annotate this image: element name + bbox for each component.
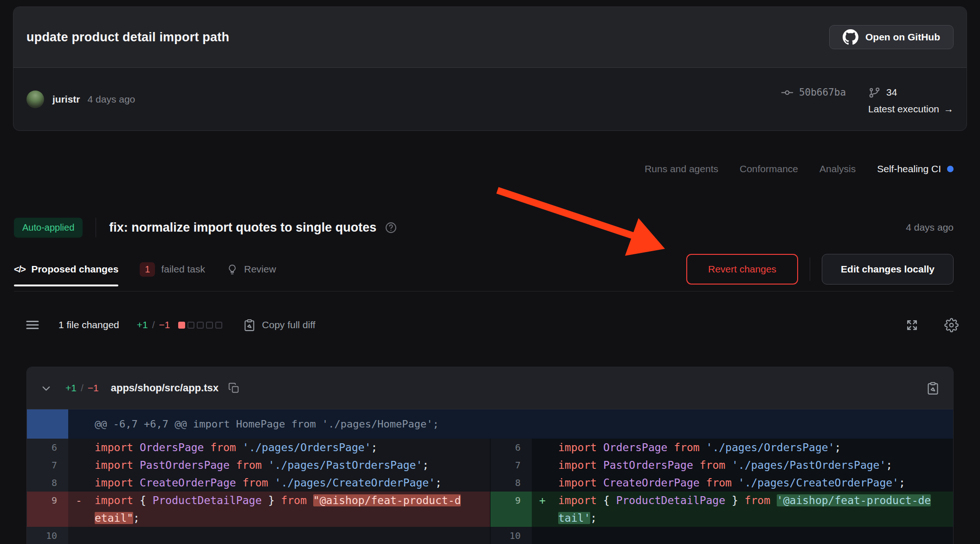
diffstat-squares	[178, 322, 222, 329]
nav-analysis[interactable]: Analysis	[819, 163, 856, 175]
diffstat-square	[187, 322, 194, 329]
copy-path-icon[interactable]	[228, 382, 240, 394]
diff-row: 9-import { ProductDetailPage } from "@ai…	[27, 492, 490, 527]
commit-title-section: update product detail import path Open o…	[13, 7, 967, 68]
tab-failed-task[interactable]: 1 failed task	[140, 252, 205, 286]
lightbulb-icon	[226, 264, 238, 275]
hunk-gutter	[27, 409, 68, 439]
latest-execution-link[interactable]: Latest execution →	[868, 104, 954, 115]
diff-row: 6import OrdersPage from './pages/OrdersP…	[27, 439, 490, 456]
line-number: 9	[490, 492, 532, 527]
diff-row: 10	[27, 527, 490, 544]
fix-time: 4 days ago	[906, 222, 954, 233]
workspace-nav: Runs and agents Conformance Analysis Sel…	[645, 163, 954, 175]
self-healing-ci-page: update product detail import path Open o…	[0, 0, 980, 544]
chevron-down-icon[interactable]	[40, 382, 52, 395]
commit-meta-section: juristr 4 days ago 50b667ba 34 Latest ex…	[13, 68, 967, 131]
diff-marker: -	[76, 492, 82, 509]
arrow-right-icon: →	[944, 104, 954, 115]
line-number: 8	[27, 474, 68, 492]
code-line: -import { ProductDetailPage } from "@ais…	[68, 492, 490, 527]
diff-row: 6import OrdersPage from './pages/OrdersP…	[490, 439, 953, 456]
copy-full-diff-button[interactable]: Copy full diff	[243, 318, 316, 332]
auto-applied-badge: Auto-applied	[14, 218, 83, 238]
revert-changes-button[interactable]: Revert changes	[686, 254, 798, 285]
diffstat: +1 / −1	[137, 319, 170, 330]
commit-sha[interactable]: 50b667ba	[781, 84, 846, 101]
nav-self-healing-ci[interactable]: Self-healing CI	[877, 163, 954, 175]
diffstat-square	[178, 322, 185, 329]
git-commit-icon	[781, 86, 793, 99]
diff-row: 9+import { ProductDetailPage } from '@ai…	[490, 492, 953, 527]
line-number: 7	[27, 456, 68, 474]
diff-file-header: +1 / −1 apps/shop/src/app.tsx	[27, 367, 953, 409]
diff-toolbar: 1 file changed +1 / −1 Copy full diff	[24, 312, 959, 338]
diffstat-square	[206, 322, 213, 329]
diff-row: 10	[490, 527, 953, 544]
file-path: apps/shop/src/app.tsx	[111, 382, 219, 394]
page-title: update product detail import path	[26, 30, 229, 45]
help-icon[interactable]	[385, 221, 397, 234]
github-logo-icon	[843, 29, 858, 45]
gear-icon[interactable]	[944, 318, 959, 332]
diff-row: 8import CreateOrderPage from './pages/Cr…	[490, 474, 953, 492]
diffstat-square	[215, 322, 222, 329]
diff-file-card: +1 / −1 apps/shop/src/app.tsx @@ -6,7 +6…	[26, 367, 954, 544]
avatar	[26, 91, 44, 108]
failed-count-badge: 1	[140, 262, 155, 277]
open-on-github-button[interactable]: Open on GitHub	[829, 25, 954, 49]
copy-file-diff-icon[interactable]	[926, 381, 940, 395]
line-number: 8	[490, 474, 532, 492]
fix-tabs-row: </> Proposed changes 1 failed task Revie…	[14, 252, 954, 286]
open-on-github-label: Open on GitHub	[865, 32, 940, 43]
code-line: import OrdersPage from './pages/OrdersPa…	[532, 439, 953, 456]
diff-row: 8import CreateOrderPage from './pages/Cr…	[27, 474, 490, 492]
hunk-header: @@ -6,7 +6,7 @@ import HomePage from './…	[27, 409, 953, 439]
line-number: 9	[27, 492, 68, 527]
execution-count: 34	[886, 87, 897, 98]
git-branch-icon	[868, 86, 881, 99]
line-number: 6	[490, 439, 532, 456]
fullscreen-icon[interactable]	[905, 318, 919, 332]
split-diff: 6import OrdersPage from './pages/OrdersP…	[27, 439, 953, 544]
divider	[96, 218, 96, 237]
code-line: import CreateOrderPage from './pages/Cre…	[532, 474, 953, 492]
diff-pane-left: 6import OrdersPage from './pages/OrdersP…	[27, 439, 490, 544]
divider	[810, 258, 810, 281]
line-number: 7	[490, 456, 532, 474]
code-icon: </>	[14, 264, 25, 275]
fix-banner: Auto-applied fix: normalize import quote…	[14, 215, 954, 240]
file-list-menu-icon[interactable]	[24, 317, 41, 333]
code-line: import PastOrdersPage from './pages/Past…	[532, 456, 953, 474]
clipboard-icon	[243, 318, 256, 332]
code-line: import CreateOrderPage from './pages/Cre…	[68, 474, 490, 492]
edit-changes-locally-button[interactable]: Edit changes locally	[822, 254, 954, 285]
code-line: +import { ProductDetailPage } from '@ais…	[532, 492, 953, 527]
line-number: 10	[490, 527, 532, 544]
tab-proposed-changes[interactable]: </> Proposed changes	[14, 252, 118, 286]
diff-pane-right: 6import OrdersPage from './pages/OrdersP…	[490, 439, 953, 544]
code-line: import PastOrdersPage from './pages/Past…	[68, 456, 490, 474]
commit-header-card: update product detail import path Open o…	[13, 6, 967, 131]
hunk-text: @@ -6,7 +6,7 @@ import HomePage from './…	[68, 409, 439, 439]
fix-title: fix: normalize import quotes to single q…	[109, 220, 376, 235]
code-line: import OrdersPage from './pages/OrdersPa…	[68, 439, 490, 456]
file-diffstat: +1 / −1	[65, 382, 99, 394]
commit-author: juristr	[52, 94, 80, 105]
diff-row: 7import PastOrdersPage from './pages/Pas…	[27, 456, 490, 474]
files-changed-label: 1 file changed	[58, 319, 119, 330]
commit-sha-text: 50b667ba	[799, 87, 846, 98]
diff-row: 7import PastOrdersPage from './pages/Pas…	[490, 456, 953, 474]
nav-runs-and-agents[interactable]: Runs and agents	[645, 163, 718, 175]
code-line	[68, 527, 490, 544]
nav-conformance[interactable]: Conformance	[740, 163, 798, 175]
diffstat-square	[197, 322, 204, 329]
tab-review[interactable]: Review	[226, 252, 276, 286]
line-number: 10	[27, 527, 68, 544]
code-line	[532, 527, 953, 544]
notification-dot	[947, 166, 954, 172]
divider	[14, 291, 954, 291]
line-number: 6	[27, 439, 68, 456]
commit-time: 4 days ago	[88, 94, 135, 105]
diff-marker: +	[539, 492, 546, 509]
